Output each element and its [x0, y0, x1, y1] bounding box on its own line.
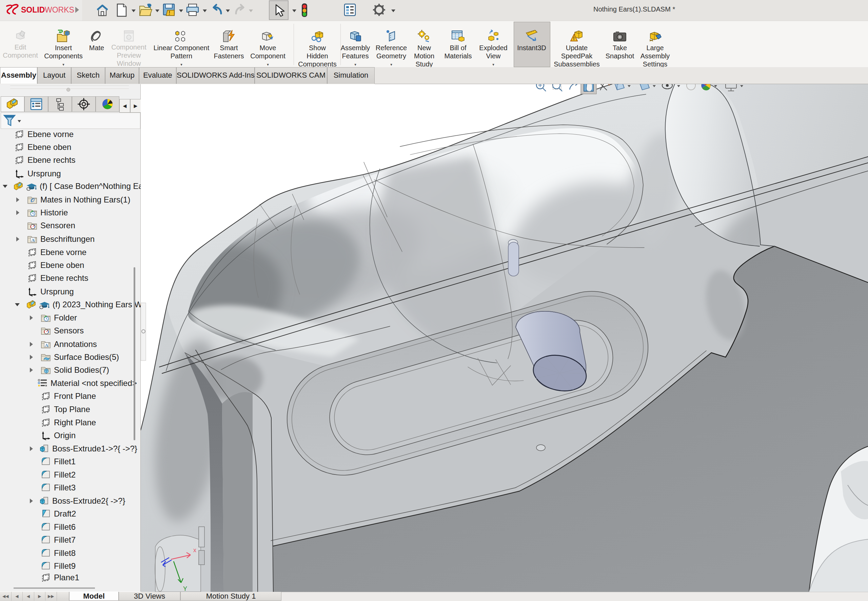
svg-text:x: x: [193, 547, 196, 554]
svg-text:!: !: [169, 10, 170, 16]
svg-text:WORKS: WORKS: [45, 5, 74, 14]
svg-text:SOLID: SOLID: [21, 5, 45, 14]
svg-text:!: !: [573, 35, 575, 41]
svg-text:Y: Y: [183, 586, 187, 592]
